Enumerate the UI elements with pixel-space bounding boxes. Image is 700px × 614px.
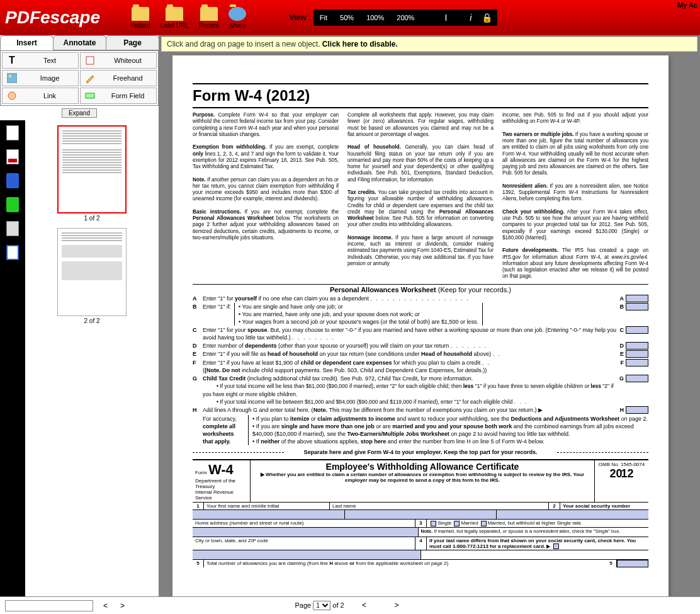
svg-rect-0 xyxy=(86,57,94,64)
svg-rect-4 xyxy=(86,93,94,98)
svg-point-3 xyxy=(8,92,16,99)
search-next[interactable]: > xyxy=(120,601,125,610)
download-icon[interactable] xyxy=(6,197,19,212)
zoom-input[interactable] xyxy=(421,13,439,23)
image-icon xyxy=(5,71,19,85)
zoom-200[interactable]: 200% xyxy=(390,14,421,21)
share-button[interactable]: Share xyxy=(229,7,246,29)
page-prev[interactable]: < xyxy=(362,601,366,610)
tools-grid: TText Whiteout Image Freehand Link Form … xyxy=(0,50,159,106)
instruction-columns: Purpose. Complete Form W-4 so that your … xyxy=(193,112,648,280)
bottom-bar: < > Page 1 of 2 < > xyxy=(0,596,700,614)
field-A[interactable] xyxy=(626,295,648,302)
zoom-fit[interactable]: Fit xyxy=(313,14,334,21)
hint-bar: Click and drag on page to insert a new o… xyxy=(161,37,697,52)
name-input[interactable] xyxy=(193,510,345,519)
expand-button[interactable]: Expand xyxy=(62,108,97,118)
lock-icon[interactable]: 🔒 xyxy=(477,13,497,23)
tool-freehand[interactable]: Freehand xyxy=(80,70,157,86)
view-label: View : xyxy=(289,13,310,22)
zoom-50[interactable]: 50% xyxy=(334,14,360,21)
tool-whiteout[interactable]: Whiteout xyxy=(80,52,157,69)
upload-button[interactable]: Upload xyxy=(130,7,150,29)
new-page-icon[interactable] xyxy=(6,125,19,140)
thumbnail-panel: 1 of 2 2 of 2 xyxy=(25,120,159,596)
chk-single[interactable] xyxy=(431,521,436,526)
chk-married-single[interactable] xyxy=(481,521,487,526)
side-icon-column xyxy=(0,120,25,596)
tab-page[interactable]: Page xyxy=(106,35,159,50)
zoom-bar: Fit 50% 100% 200% I i 🔒 xyxy=(313,9,498,26)
field-F[interactable] xyxy=(626,359,648,367)
thumbnail-1[interactable]: 1 of 2 xyxy=(30,125,154,222)
field-D[interactable] xyxy=(626,342,648,350)
lastname-input[interactable] xyxy=(345,510,497,519)
print-icon[interactable] xyxy=(6,221,19,236)
svg-point-2 xyxy=(9,75,11,77)
field-E[interactable] xyxy=(626,350,648,358)
ssn-input[interactable] xyxy=(496,510,648,519)
tool-image[interactable]: Image xyxy=(2,70,79,86)
city-input[interactable] xyxy=(193,550,421,559)
top-toolbar: PDFescape Upload Load URL Recent Share V… xyxy=(0,0,700,35)
app-logo: PDFescape xyxy=(5,8,100,28)
whiteout-icon xyxy=(83,54,97,67)
page-next[interactable]: > xyxy=(394,601,398,610)
recent-button[interactable]: Recent xyxy=(199,7,219,29)
field-H[interactable] xyxy=(626,406,648,414)
disable-link[interactable]: Click here to disable. xyxy=(322,40,398,48)
tool-form-field[interactable]: Form Field xyxy=(80,88,157,104)
field-B[interactable] xyxy=(626,303,648,310)
left-panel: Insert Annotate Page TText Whiteout Imag… xyxy=(0,35,159,596)
address-input[interactable] xyxy=(193,528,419,537)
pdf-icon[interactable] xyxy=(6,149,19,164)
link-icon xyxy=(5,89,19,103)
pencil-icon xyxy=(83,71,97,85)
field-5[interactable] xyxy=(617,560,648,567)
separator: Separate here and give Form W-4 to your … xyxy=(193,449,648,455)
window-icon[interactable] xyxy=(6,245,19,260)
chk-name-differs[interactable] xyxy=(553,543,559,549)
thumbnail-1-label: 1 of 2 xyxy=(30,215,154,222)
tab-annotate[interactable]: Annotate xyxy=(53,35,106,50)
document-area[interactable]: Click and drag on page to insert a new o… xyxy=(159,35,700,596)
search-input[interactable] xyxy=(5,600,93,611)
load-url-button[interactable]: Load URL xyxy=(161,7,189,29)
form-title: Form W-4 (2012) xyxy=(193,83,648,108)
worksheet-heading: Personal Allowances Worksheet (Keep for … xyxy=(193,284,648,293)
search-prev[interactable]: < xyxy=(103,601,108,610)
w4-header: Form W-4Department of the TreasuryIntern… xyxy=(193,459,648,503)
info-icon[interactable]: i xyxy=(465,13,477,23)
text-cursor-icon[interactable]: I xyxy=(439,13,452,23)
tool-link[interactable]: Link xyxy=(2,88,79,104)
zoom-100[interactable]: 100% xyxy=(360,14,390,21)
thumbnail-2[interactable]: 2 of 2 xyxy=(30,228,154,324)
field-G[interactable] xyxy=(626,375,648,382)
pdf-page[interactable]: Form W-4 (2012) Purpose. Complete Form W… xyxy=(172,55,669,596)
thumbnail-2-label: 2 of 2 xyxy=(30,317,154,324)
text-icon: T xyxy=(5,54,19,67)
chk-married[interactable] xyxy=(454,521,460,526)
form-field-icon xyxy=(83,89,97,103)
field-C[interactable] xyxy=(626,326,648,334)
page-select[interactable]: 1 xyxy=(313,601,330,610)
my-account-link[interactable]: My Ac xyxy=(677,1,697,9)
svg-rect-1 xyxy=(7,73,17,83)
save-icon[interactable] xyxy=(6,173,19,188)
tab-insert[interactable]: Insert xyxy=(0,35,54,50)
tool-text[interactable]: TText xyxy=(2,52,79,69)
